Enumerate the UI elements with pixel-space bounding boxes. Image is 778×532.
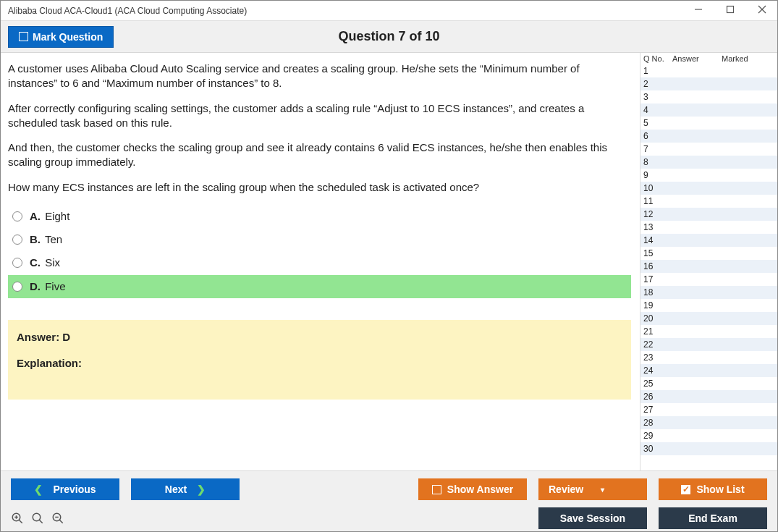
row-qno: 23 xyxy=(643,352,672,363)
save-session-label: Save Session xyxy=(560,512,625,524)
end-exam-label: End Exam xyxy=(688,512,737,524)
question-list-row[interactable]: 7 xyxy=(640,143,777,156)
question-list-row[interactable]: 13 xyxy=(640,221,777,234)
question-list-row[interactable]: 26 xyxy=(640,390,777,403)
option-text: B. Ten xyxy=(30,232,62,247)
row-qno: 2 xyxy=(643,79,672,89)
row-qno: 4 xyxy=(643,105,672,115)
window-title: Alibaba Cloud ACA-Cloud1 (ACA Cloud Comp… xyxy=(8,6,247,16)
question-list-row[interactable]: 1 xyxy=(640,64,777,77)
option-d[interactable]: D. Five xyxy=(8,275,631,298)
checkbox-checked-icon xyxy=(681,485,690,494)
col-answer: Answer xyxy=(672,54,722,63)
show-list-label: Show List xyxy=(696,484,744,495)
row-qno: 17 xyxy=(643,274,672,284)
row-qno: 8 xyxy=(643,157,672,167)
question-list-row[interactable]: 18 xyxy=(640,286,777,299)
question-counter: Question 7 of 10 xyxy=(338,29,439,44)
options-list: A. EightB. TenC. SixD. Five xyxy=(8,205,631,298)
minimize-button[interactable] xyxy=(688,5,709,16)
question-list-row[interactable]: 24 xyxy=(640,364,777,377)
row-qno: 21 xyxy=(643,326,672,337)
question-area: A customer uses Alibaba Cloud Auto Scali… xyxy=(1,53,640,470)
zoom-in-icon[interactable] xyxy=(31,512,44,525)
option-a[interactable]: A. Eight xyxy=(8,205,631,228)
question-list-row[interactable]: 15 xyxy=(640,247,777,260)
row-qno: 9 xyxy=(643,170,672,180)
mark-question-button[interactable]: Mark Question xyxy=(8,26,114,48)
row-qno: 22 xyxy=(643,339,672,350)
checkbox-icon xyxy=(432,485,441,494)
show-list-button[interactable]: Show List xyxy=(659,478,767,500)
answer-panel: Answer: D Explanation: xyxy=(8,320,631,400)
option-c[interactable]: C. Six xyxy=(8,251,631,274)
zoom-out-icon[interactable] xyxy=(51,512,64,525)
question-list-row[interactable]: 11 xyxy=(640,195,777,208)
row-qno: 18 xyxy=(643,287,672,297)
row-qno: 26 xyxy=(643,392,672,402)
col-qno: Q No. xyxy=(643,54,672,63)
option-text: C. Six xyxy=(30,256,60,270)
row-qno: 7 xyxy=(643,144,672,154)
topbar: Mark Question Question 7 of 10 xyxy=(1,21,777,53)
radio-icon xyxy=(12,258,22,268)
previous-button[interactable]: ❮ Previous xyxy=(11,478,119,500)
question-list-row[interactable]: 20 xyxy=(640,312,777,325)
mark-question-label: Mark Question xyxy=(33,31,103,43)
footer: ❮ Previous Next ❯ Show Answer Review ▾ S… xyxy=(1,470,777,531)
question-paragraph: How many ECS instances are left in the s… xyxy=(8,180,631,195)
question-list-row[interactable]: 16 xyxy=(640,260,777,273)
row-qno: 1 xyxy=(643,66,672,76)
question-list-row[interactable]: 4 xyxy=(640,104,777,117)
save-session-button[interactable]: Save Session xyxy=(538,507,647,529)
show-answer-button[interactable]: Show Answer xyxy=(418,478,527,500)
row-qno: 15 xyxy=(643,248,672,258)
question-list-row[interactable]: 12 xyxy=(640,208,777,221)
row-qno: 19 xyxy=(643,300,672,311)
question-list-row[interactable]: 17 xyxy=(640,273,777,286)
svg-line-11 xyxy=(59,520,63,523)
caret-down-icon: ▾ xyxy=(601,486,604,494)
radio-icon xyxy=(12,235,22,245)
close-button[interactable] xyxy=(751,5,773,16)
question-list-row[interactable]: 25 xyxy=(640,377,777,390)
row-qno: 24 xyxy=(643,366,672,376)
question-list-row[interactable]: 22 xyxy=(640,338,777,351)
question-list-row[interactable]: 2 xyxy=(640,77,777,90)
question-list-row[interactable]: 30 xyxy=(640,442,777,455)
question-list-row[interactable]: 6 xyxy=(640,130,777,143)
question-list-row[interactable]: 23 xyxy=(640,351,777,364)
option-b[interactable]: B. Ten xyxy=(8,228,631,251)
question-list-row[interactable]: 3 xyxy=(640,90,777,104)
question-list-row[interactable]: 5 xyxy=(640,117,777,130)
question-list-row[interactable]: 28 xyxy=(640,416,777,429)
chevron-right-icon: ❯ xyxy=(197,484,206,495)
question-list-row[interactable]: 14 xyxy=(640,234,777,247)
maximize-button[interactable] xyxy=(719,5,741,16)
row-qno: 16 xyxy=(643,261,672,271)
zoom-reset-icon[interactable] xyxy=(11,512,24,525)
question-list-row[interactable]: 9 xyxy=(640,169,777,182)
row-qno: 29 xyxy=(643,431,672,441)
row-qno: 11 xyxy=(643,196,672,206)
end-exam-button[interactable]: End Exam xyxy=(659,507,767,529)
review-button[interactable]: Review ▾ xyxy=(538,478,647,500)
row-qno: 10 xyxy=(643,183,672,193)
question-list-row[interactable]: 19 xyxy=(640,299,777,312)
show-answer-label: Show Answer xyxy=(447,484,513,495)
explanation-label: Explanation: xyxy=(17,356,622,371)
row-qno: 28 xyxy=(643,418,672,428)
question-list-row[interactable]: 21 xyxy=(640,325,777,338)
question-list-row[interactable]: 29 xyxy=(640,429,777,442)
answer-text: Answer: D xyxy=(17,330,622,345)
next-button[interactable]: Next ❯ xyxy=(131,478,240,500)
question-list-row[interactable]: 8 xyxy=(640,156,777,169)
question-list-row[interactable]: 10 xyxy=(640,182,777,195)
question-list-row[interactable]: 27 xyxy=(640,403,777,416)
row-qno: 20 xyxy=(643,313,672,324)
radio-icon xyxy=(12,282,22,292)
checkbox-icon xyxy=(19,32,28,41)
titlebar: Alibaba Cloud ACA-Cloud1 (ACA Cloud Comp… xyxy=(1,1,777,21)
option-text: D. Five xyxy=(30,279,66,294)
question-list-panel[interactable]: Q No. Answer Marked 12345678910111213141… xyxy=(640,53,777,470)
